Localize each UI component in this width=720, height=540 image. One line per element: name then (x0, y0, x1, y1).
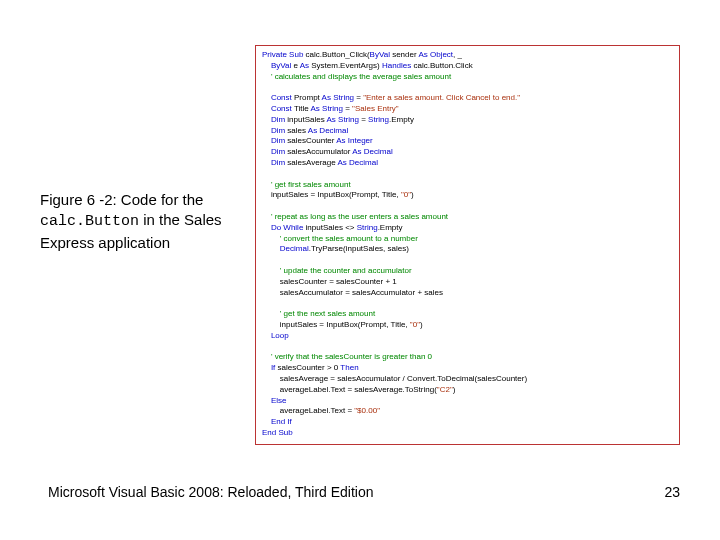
code-text: inputSales = InputBox(Prompt, Title, (262, 320, 410, 329)
code-text: salesCounter = salesCounter + 1 (262, 277, 397, 286)
code-kw: Const (271, 104, 292, 113)
code-kw: Private Sub (262, 50, 303, 59)
footer-text: Microsoft Visual Basic 2008: Reloaded, T… (48, 484, 374, 500)
code-text (262, 61, 271, 70)
code-text: averageLabel.Text = (262, 406, 354, 415)
code-string: "$0.00" (354, 406, 380, 415)
code-kw: Dim (271, 126, 285, 135)
code-kw: Dim (271, 158, 285, 167)
figure-caption: Figure 6 -2: Code for the calc.Button in… (40, 190, 240, 253)
code-text: , _ (453, 50, 462, 59)
slide: Figure 6 -2: Code for the calc.Button in… (0, 0, 720, 540)
code-string: "Sales Entry" (352, 104, 399, 113)
code-text: salesAccumulator = salesAccumulator + sa… (262, 288, 443, 297)
code-kw: Dim (271, 147, 285, 156)
code-text (262, 93, 271, 102)
code-text: calc.Button.Click (411, 61, 472, 70)
code-comment: ' convert the sales amount to a number (262, 234, 418, 243)
code-text: sales (285, 126, 308, 135)
code-text: calc.Button_Click( (303, 50, 369, 59)
code-text: sender (390, 50, 418, 59)
code-text: inputSales = InputBox(Prompt, Title, (262, 190, 401, 199)
code-text (262, 136, 271, 145)
code-comment: ' get the next sales amount (262, 309, 375, 318)
code-text: salesCounter > 0 (275, 363, 340, 372)
code-kw: Const (271, 93, 292, 102)
code-text: salesCounter (285, 136, 336, 145)
code-text (262, 115, 271, 124)
code-kw: Dim (271, 115, 285, 124)
code-kw: String (368, 115, 389, 124)
code-text: Prompt (292, 93, 322, 102)
code-text: = (359, 115, 368, 124)
code-text (262, 244, 280, 253)
code-kw: As String (322, 93, 354, 102)
code-comment: ' get first sales amount (262, 180, 351, 189)
code-comment: ' verify that the salesCounter is greate… (262, 352, 432, 361)
code-kw: Do While (271, 223, 303, 232)
code-text: ) (453, 385, 456, 394)
code-kw: End Sub (262, 428, 293, 437)
code-text (262, 126, 271, 135)
code-kw: As String (310, 104, 342, 113)
code-text: .Empty (378, 223, 403, 232)
code-kw: Loop (262, 331, 289, 340)
code-string: "0" (410, 320, 420, 329)
code-comment: ' update the counter and accumulator (262, 266, 412, 275)
code-kw: As String (326, 115, 358, 124)
code-text: salesAverage (285, 158, 337, 167)
code-kw: As Decimal (337, 158, 377, 167)
code-string: "C2" (437, 385, 453, 394)
code-kw: As Decimal (308, 126, 348, 135)
code-text: salesAccumulator (285, 147, 352, 156)
code-kw: As Object (418, 50, 453, 59)
code-kw: Else (262, 396, 286, 405)
code-kw: Decimal (280, 244, 309, 253)
code-text: .TryParse(inputSales, sales) (309, 244, 409, 253)
code-string: "0" (401, 190, 411, 199)
code-kw: Dim (271, 136, 285, 145)
code-kw: As Integer (336, 136, 372, 145)
code-kw: String (357, 223, 378, 232)
code-kw: End If (262, 417, 292, 426)
page-number: 23 (664, 484, 680, 500)
code-text (262, 104, 271, 113)
code-text: inputSales (285, 115, 326, 124)
code-text: .Empty (389, 115, 414, 124)
code-string: "Enter a sales amount. Click Cancel to e… (363, 93, 520, 102)
code-text: = (343, 104, 352, 113)
code-text: System.EventArgs) (309, 61, 382, 70)
code-kw: Then (340, 363, 358, 372)
code-text (262, 158, 271, 167)
code-kw: As (300, 61, 309, 70)
caption-mono: calc.Button (40, 213, 139, 230)
code-text (262, 223, 271, 232)
code-text (262, 363, 271, 372)
code-kw: As Decimal (352, 147, 392, 156)
code-listing: Private Sub calc.Button_Click(ByVal send… (255, 45, 680, 445)
code-text: Title (292, 104, 311, 113)
code-comment: ' calculates and displays the average sa… (262, 72, 451, 81)
caption-prefix: Figure 6 -2: Code for the (40, 191, 203, 208)
code-text (262, 147, 271, 156)
code-kw: ByVal (370, 50, 390, 59)
code-text: salesAverage = salesAccumulator / Conver… (262, 374, 527, 383)
code-text: ) (420, 320, 423, 329)
code-text: inputSales <> (303, 223, 356, 232)
code-text: e (291, 61, 299, 70)
code-text: ) (411, 190, 414, 199)
code-text: = (354, 93, 363, 102)
code-kw: Handles (382, 61, 411, 70)
code-text: averageLabel.Text = salesAverage.ToStrin… (262, 385, 437, 394)
code-comment: ' repeat as long as the user enters a sa… (262, 212, 448, 221)
code-kw: ByVal (271, 61, 291, 70)
